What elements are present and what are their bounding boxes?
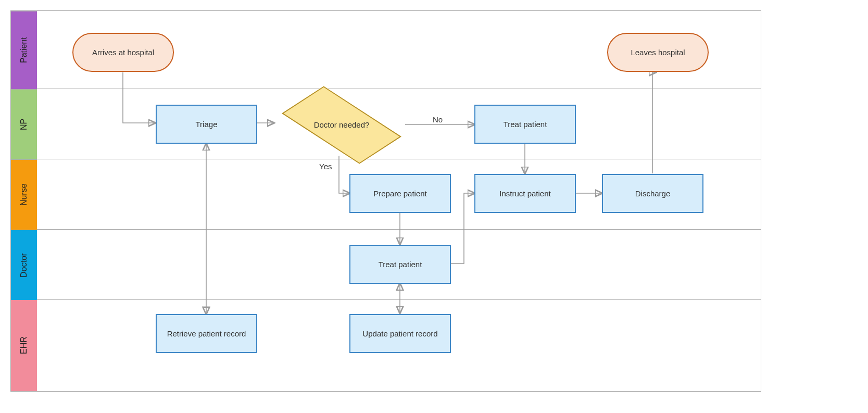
lane-label-nurse: Nurse [11,159,37,230]
node-prepare-patient: Prepare patient [349,174,451,213]
node-np-treat-patient: Treat patient [474,105,576,144]
edge-label-no: No [432,115,444,124]
lane-label-doctor: Doctor [11,230,37,300]
node-retrieve-patient-record: Retrieve patient record [156,314,257,353]
node-doctor-treat-patient: Treat patient [349,245,451,284]
edge-label-yes: Yes [318,162,333,171]
node-instruct-patient: Instruct patient [474,174,576,213]
node-triage: Triage [156,105,257,144]
node-doctor-needed-label: Doctor needed? [314,120,370,130]
node-discharge: Discharge [602,174,703,213]
node-leaves-hospital: Leaves hospital [607,33,709,72]
lane-label-ehr: EHR [11,300,37,391]
lane-label-patient: Patient [11,11,37,89]
swimlane-diagram: Patient NP Nurse Doctor EHR [10,10,761,392]
node-update-patient-record: Update patient record [349,314,451,353]
node-arrives-at-hospital: Arrives at hospital [72,33,174,72]
lane-label-np: NP [11,89,37,159]
node-doctor-needed-decision: Doctor needed? [274,92,409,157]
